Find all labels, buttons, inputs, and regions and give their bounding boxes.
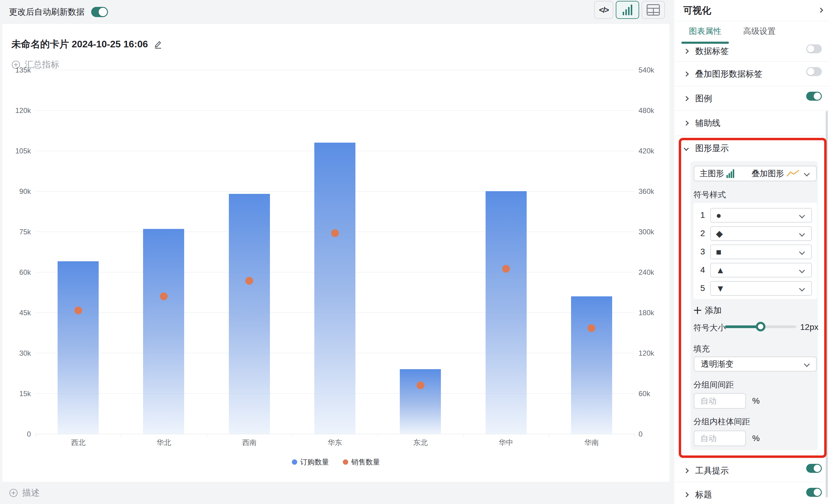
group-gap-label: 分组间间距 — [693, 379, 734, 390]
data-label-toggle[interactable] — [806, 44, 822, 53]
y-tick-label-right: 480k — [639, 106, 654, 115]
app-root: 更改后自动刷新数据 </> 未命名的卡片 2024-10-25 16:06 — [0, 0, 829, 504]
section-title[interactable]: 标题 — [684, 489, 712, 500]
x-category-label: 西北 — [35, 438, 121, 447]
scatter-dot[interactable] — [331, 229, 339, 237]
code-icon: </> — [599, 5, 609, 15]
chevron-down-icon — [684, 146, 689, 151]
x-category-label: 华中 — [463, 438, 548, 447]
bar[interactable] — [400, 369, 441, 434]
fill-dropdown[interactable]: 透明渐变 — [694, 357, 817, 372]
description-row[interactable]: 描述 — [9, 482, 40, 504]
symbol-index: 4 — [700, 265, 705, 275]
section-tooltip[interactable]: 工具提示 — [684, 465, 729, 476]
symbol-dropdown-2[interactable]: ◆ — [710, 226, 812, 241]
bar[interactable] — [143, 229, 184, 434]
scatter-dot[interactable] — [417, 381, 424, 389]
title-toggle[interactable] — [806, 488, 822, 497]
auto-refresh-toggle[interactable] — [91, 7, 108, 17]
bar[interactable] — [58, 261, 99, 434]
symbol-dropdown-3[interactable]: ■ — [710, 244, 812, 259]
legend-item[interactable]: 订购数量 — [292, 457, 329, 467]
divider — [674, 482, 829, 482]
x-axis-tick — [634, 434, 635, 437]
panel-scrollbar[interactable] — [826, 111, 828, 497]
divider — [674, 458, 829, 459]
collapse-panel-button[interactable] — [819, 8, 822, 13]
chart-view-button[interactable] — [616, 1, 639, 19]
fill-label: 填充 — [693, 343, 710, 354]
symbol-row: 3 ■ — [693, 244, 817, 259]
main-graph-label: 主图形 — [700, 168, 724, 179]
chart-card: 未命名的卡片 2024-10-25 16:06 汇总指标 0015k60k30k… — [2, 24, 670, 482]
section-reference-line[interactable]: 辅助线 — [684, 117, 720, 129]
legend-item[interactable]: 销售数量 — [343, 457, 380, 467]
toggle-knob — [99, 8, 107, 16]
chevron-right-icon — [684, 492, 689, 497]
symbol-size-label: 符号大小 — [693, 322, 726, 333]
active-tab-underline — [681, 42, 729, 44]
symbol-index: 1 — [700, 210, 705, 220]
x-axis-tick — [35, 434, 36, 437]
section-overlay-data-label[interactable]: 叠加图形数据标签 — [684, 68, 762, 80]
chevron-right-icon — [684, 49, 689, 54]
y-tick-label-right: 240k — [639, 268, 654, 277]
table-icon — [647, 4, 660, 15]
scatter-dot[interactable] — [587, 324, 596, 332]
overlay-data-label-toggle[interactable] — [806, 67, 822, 76]
y-tick-label-right: 60k — [639, 390, 650, 398]
description-label: 描述 — [22, 487, 40, 499]
symbol-row: 1 ● — [693, 208, 817, 223]
section-data-label[interactable]: 数据标签 — [684, 45, 729, 57]
y-tick-label-left: 75k — [2, 228, 31, 236]
legend-dot-icon — [343, 459, 348, 465]
scatter-dot[interactable] — [74, 307, 82, 314]
bar-chart-icon — [623, 4, 632, 15]
graph-type-selector[interactable]: 主图形 叠加图形 — [694, 166, 817, 181]
add-label: 添加 — [705, 305, 722, 316]
chart-plot-area: 0015k60k30k120k45k180k60k240k75k300k90k3… — [2, 24, 670, 482]
plus-icon — [694, 307, 701, 314]
main-graph-segment: 主图形 — [700, 168, 734, 179]
bar[interactable] — [314, 143, 355, 434]
chevron-right-icon — [684, 72, 689, 77]
chevron-down-icon — [799, 212, 805, 219]
add-symbol-button[interactable]: 添加 — [694, 305, 722, 316]
tab-chart-properties[interactable]: 图表属性 — [689, 26, 721, 44]
chevron-right-icon — [684, 121, 689, 126]
legend-toggle[interactable] — [806, 92, 822, 101]
bar[interactable] — [229, 194, 270, 434]
symbol-index: 2 — [700, 229, 705, 238]
scatter-dot[interactable] — [502, 265, 510, 273]
symbol-dropdown-4[interactable]: ▲ — [710, 263, 812, 277]
bar[interactable] — [485, 191, 527, 434]
code-view-button[interactable]: </> — [594, 1, 613, 19]
section-label: 标题 — [695, 489, 712, 500]
symbol-dropdown-5[interactable]: ▼ — [710, 281, 812, 296]
square-symbol-icon: ■ — [716, 247, 721, 257]
section-graph-display[interactable]: 图形显示 — [684, 143, 729, 154]
symbol-size-slider[interactable] — [725, 325, 796, 328]
inner-gap-label: 分组内柱体间距 — [693, 416, 750, 427]
bar[interactable] — [571, 296, 612, 434]
section-legend[interactable]: 图例 — [684, 93, 712, 104]
x-axis-tick — [549, 434, 549, 437]
symbol-index: 5 — [700, 283, 705, 293]
grid-line — [35, 70, 634, 70]
overlay-graph-segment: 叠加图形 — [752, 168, 800, 179]
tooltip-toggle[interactable] — [806, 464, 822, 473]
symbol-dropdown-1[interactable]: ● — [710, 208, 812, 223]
group-gap-unit: % — [752, 396, 760, 406]
x-axis-tick — [377, 434, 378, 437]
inner-gap-input[interactable] — [694, 431, 746, 446]
scatter-dot[interactable] — [160, 293, 168, 300]
x-category-label: 西南 — [207, 438, 292, 447]
x-axis-line — [35, 434, 634, 434]
x-axis-tick — [463, 434, 463, 437]
group-gap-input[interactable] — [694, 393, 746, 409]
slider-handle[interactable] — [756, 322, 765, 332]
fill-value: 透明渐变 — [701, 359, 733, 370]
tab-advanced-settings[interactable]: 高级设置 — [743, 26, 776, 44]
table-view-button[interactable] — [642, 1, 665, 19]
panel-title: 可视化 — [683, 4, 711, 17]
